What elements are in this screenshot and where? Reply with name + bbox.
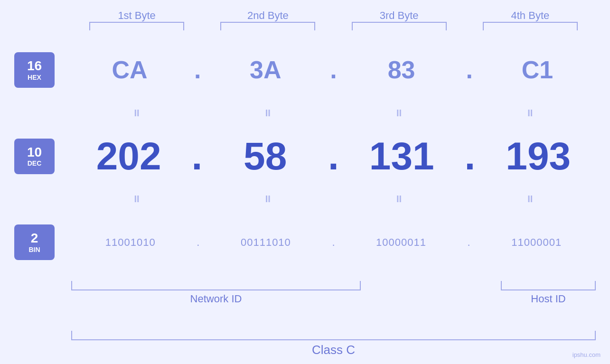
bin-badge: 2 BIN (14, 224, 55, 260)
class-bracket (71, 331, 596, 340)
equals-8: II (478, 194, 582, 205)
dec-badge-label: DEC (28, 159, 42, 167)
host-id-label: Host ID (501, 293, 596, 305)
bin-dot-2: . (332, 236, 335, 249)
bracket-3 (352, 22, 447, 30)
bin-values-area: 11001010 . 00111010 . 10000011 . 1100000… (71, 236, 596, 249)
hex-val-3: 83 (388, 56, 415, 84)
hex-val-2: 3A (250, 56, 281, 84)
hex-val-4: C1 (522, 56, 553, 84)
host-bracket (501, 281, 596, 290)
hex-row: 16 HEX CA . 3A . 83 . C1 (14, 35, 596, 105)
network-id-label: Network ID (71, 293, 361, 305)
bin-row: 2 BIN 11001010 . 00111010 . 10000011 . 1… (14, 207, 596, 277)
equals-5: II (84, 194, 189, 205)
equals-3: II (347, 108, 451, 119)
byte-label-3: 3rd Byte (347, 9, 451, 22)
dec-byte-1: 202 (76, 134, 181, 178)
hex-badge-label: HEX (28, 74, 41, 81)
spacer: 16 HEX (14, 52, 71, 88)
class-c-label: Class C (71, 343, 596, 357)
top-brackets-row (71, 22, 596, 30)
bracket-2 (220, 22, 315, 30)
hex-badge-number: 16 (27, 59, 42, 74)
bracket-4 (483, 22, 578, 30)
bin-val-1: 11001010 (105, 236, 156, 248)
bin-byte-2: 00111010 (214, 236, 318, 249)
equals-6: II (216, 194, 320, 205)
dec-row: 10 DEC 202 . 58 . 131 . 193 (14, 121, 596, 191)
bin-byte-4: 11000001 (484, 236, 589, 249)
hex-byte-4: C1 (485, 56, 590, 84)
dec-val-3: 131 (369, 134, 434, 177)
equals-row-1: II II II II (71, 105, 596, 121)
equals-7: II (347, 194, 451, 205)
hex-byte-3: 83 (349, 56, 454, 84)
bin-byte-1: 11001010 (78, 236, 183, 249)
equals-4: II (478, 108, 582, 119)
bracket-1 (89, 22, 184, 30)
bin-byte-3: 10000011 (349, 236, 453, 249)
spacer-bin: 2 BIN (14, 224, 71, 260)
spacer-dec: 10 DEC (14, 139, 71, 174)
dec-badge-number: 10 (27, 145, 42, 160)
byte-label-4: 4th Byte (478, 9, 582, 22)
network-bracket (71, 281, 361, 290)
dec-dot-1: . (192, 134, 203, 178)
byte-label-1: 1st Byte (84, 9, 189, 22)
dec-val-4: 193 (506, 134, 571, 177)
dec-dot-3: . (465, 134, 476, 178)
hex-dot-3: . (466, 56, 473, 84)
hex-values-area: CA . 3A . 83 . C1 (71, 56, 596, 84)
bin-dot-1: . (197, 236, 199, 249)
equals-row-2: II II II II (71, 191, 596, 207)
hex-byte-1: CA (77, 56, 182, 84)
bin-badge-label: BIN (28, 246, 40, 253)
network-host-brackets: Network ID Host ID (71, 281, 596, 328)
equals-1: II (84, 108, 189, 119)
dec-dot-2: . (328, 134, 339, 178)
dec-byte-3: 131 (349, 134, 454, 178)
dec-val-2: 58 (244, 134, 287, 177)
hex-val-1: CA (112, 56, 147, 84)
dec-val-1: 202 (96, 134, 161, 177)
bin-badge-number: 2 (31, 231, 38, 246)
dec-byte-4: 193 (486, 134, 591, 178)
byte-label-2: 2nd Byte (216, 9, 320, 22)
class-bracket-area: Class C (71, 331, 596, 359)
byte-labels-row: 1st Byte 2nd Byte 3rd Byte 4th Byte (71, 9, 596, 22)
main-container: 1st Byte 2nd Byte 3rd Byte 4th Byte 16 H… (0, 0, 610, 364)
bin-val-2: 00111010 (241, 236, 291, 248)
watermark: ipshu.com (572, 351, 601, 358)
bin-val-3: 10000011 (376, 236, 426, 248)
dec-badge: 10 DEC (14, 139, 55, 174)
dec-byte-2: 58 (213, 134, 318, 178)
bin-val-4: 11000001 (511, 236, 562, 248)
dec-values-area: 202 . 58 . 131 . 193 (71, 134, 596, 178)
hex-dot-1: . (194, 56, 201, 84)
hex-badge: 16 HEX (14, 52, 55, 88)
equals-2: II (216, 108, 320, 119)
bin-dot-3: . (468, 236, 470, 249)
hex-byte-2: 3A (213, 56, 318, 84)
hex-dot-2: . (330, 56, 337, 84)
